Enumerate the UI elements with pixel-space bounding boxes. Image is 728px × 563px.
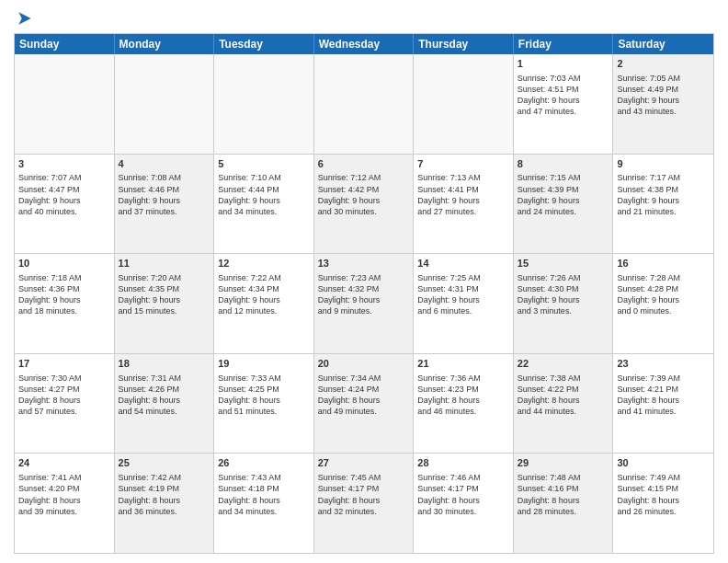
calendar-body: 1Sunrise: 7:03 AMSunset: 4:51 PMDaylight…: [15, 54, 713, 553]
day-info-text: Sunset: 4:51 PM: [518, 84, 609, 95]
day-info-text: Sunset: 4:27 PM: [18, 384, 110, 395]
calendar-row-2: 10Sunrise: 7:18 AMSunset: 4:36 PMDayligh…: [15, 253, 713, 353]
weekday-header-sunday: Sunday: [15, 34, 115, 54]
day-info-text: and 40 minutes.: [18, 206, 110, 217]
day-info-text: Sunset: 4:32 PM: [318, 283, 410, 294]
day-info-text: and 15 minutes.: [119, 305, 210, 316]
day-info-text: Sunset: 4:42 PM: [318, 184, 410, 195]
day-info-text: Daylight: 8 hours: [318, 395, 410, 406]
day-info-text: Daylight: 8 hours: [417, 495, 509, 506]
day-info-text: Daylight: 8 hours: [119, 395, 210, 406]
day-number-5: 5: [218, 157, 310, 171]
day-info-text: and 39 minutes.: [18, 506, 110, 517]
day-info-text: Sunrise: 7:38 AM: [518, 373, 609, 384]
calendar-row-4: 24Sunrise: 7:41 AMSunset: 4:20 PMDayligh…: [15, 453, 713, 553]
day-number-20: 20: [318, 357, 410, 371]
day-info-text: Sunset: 4:16 PM: [518, 483, 609, 494]
day-info-text: and 49 minutes.: [318, 406, 410, 417]
day-info-text: and 51 minutes.: [218, 406, 310, 417]
day-cell-29: 29Sunrise: 7:48 AMSunset: 4:16 PMDayligh…: [514, 454, 614, 553]
day-info-text: Daylight: 8 hours: [18, 395, 110, 406]
calendar-row-3: 17Sunrise: 7:30 AMSunset: 4:27 PMDayligh…: [15, 353, 713, 454]
day-cell-20: 20Sunrise: 7:34 AMSunset: 4:24 PMDayligh…: [314, 354, 415, 454]
day-info-text: Sunset: 4:39 PM: [518, 184, 609, 195]
day-cell-2: 2Sunrise: 7:05 AMSunset: 4:49 PMDaylight…: [613, 54, 713, 154]
weekday-header-thursday: Thursday: [414, 34, 514, 54]
day-number-1: 1: [518, 57, 609, 71]
day-info-text: Sunrise: 7:46 AM: [417, 472, 509, 483]
day-info-text: Sunrise: 7:45 AM: [318, 472, 410, 483]
day-info-text: Sunrise: 7:28 AM: [617, 272, 710, 283]
day-info-text: and 18 minutes.: [18, 305, 110, 316]
day-info-text: Sunrise: 7:08 AM: [119, 172, 210, 183]
day-cell-13: 13Sunrise: 7:23 AMSunset: 4:32 PMDayligh…: [314, 254, 415, 353]
day-info-text: and 30 minutes.: [417, 506, 509, 517]
day-info-text: Daylight: 9 hours: [617, 195, 710, 206]
day-info-text: Daylight: 9 hours: [617, 95, 710, 106]
day-number-4: 4: [119, 157, 210, 171]
day-info-text: and 24 minutes.: [518, 206, 609, 217]
day-cell-26: 26Sunrise: 7:43 AMSunset: 4:18 PMDayligh…: [214, 454, 314, 553]
page: SundayMondayTuesdayWednesdayThursdayFrid…: [0, 0, 728, 563]
day-number-3: 3: [18, 157, 110, 171]
calendar-row-0: 1Sunrise: 7:03 AMSunset: 4:51 PMDaylight…: [15, 54, 713, 154]
empty-cell-0-3: [314, 54, 415, 154]
day-info-text: and 41 minutes.: [617, 406, 710, 417]
day-info-text: and 57 minutes.: [18, 406, 110, 417]
day-info-text: and 34 minutes.: [218, 206, 310, 217]
day-info-text: Sunset: 4:23 PM: [417, 384, 509, 395]
day-info-text: Daylight: 8 hours: [617, 395, 710, 406]
day-info-text: Sunset: 4:38 PM: [617, 184, 710, 195]
day-number-11: 11: [119, 257, 210, 270]
day-info-text: Sunset: 4:47 PM: [18, 184, 110, 195]
weekday-header-saturday: Saturday: [613, 34, 713, 54]
day-info-text: Sunrise: 7:26 AM: [518, 272, 609, 283]
day-info-text: Sunrise: 7:18 AM: [18, 272, 110, 283]
day-info-text: Daylight: 9 hours: [318, 294, 410, 305]
day-cell-16: 16Sunrise: 7:28 AMSunset: 4:28 PMDayligh…: [613, 254, 713, 353]
day-info-text: Sunrise: 7:36 AM: [417, 373, 509, 384]
day-info-text: Sunset: 4:22 PM: [518, 384, 609, 395]
weekday-header-friday: Friday: [514, 34, 614, 54]
day-info-text: Sunset: 4:26 PM: [119, 384, 210, 395]
day-info-text: Sunrise: 7:22 AM: [218, 272, 310, 283]
day-info-text: Sunset: 4:44 PM: [218, 184, 310, 195]
day-info-text: Sunset: 4:31 PM: [417, 283, 509, 294]
day-info-text: and 37 minutes.: [119, 206, 210, 217]
day-number-2: 2: [617, 57, 710, 71]
day-info-text: Daylight: 9 hours: [417, 195, 509, 206]
day-info-text: Sunset: 4:24 PM: [318, 384, 410, 395]
day-info-text: Sunrise: 7:05 AM: [617, 73, 710, 84]
day-cell-19: 19Sunrise: 7:33 AMSunset: 4:25 PMDayligh…: [214, 354, 314, 454]
day-info-text: Sunrise: 7:42 AM: [119, 472, 210, 483]
day-info-text: Sunset: 4:49 PM: [617, 84, 710, 95]
day-info-text: Sunrise: 7:34 AM: [318, 373, 410, 384]
day-number-29: 29: [518, 456, 609, 470]
day-info-text: Sunrise: 7:15 AM: [518, 172, 609, 183]
day-info-text: Daylight: 8 hours: [617, 495, 710, 506]
day-info-text: Sunset: 4:30 PM: [518, 283, 609, 294]
day-info-text: Daylight: 8 hours: [18, 495, 110, 506]
day-cell-10: 10Sunrise: 7:18 AMSunset: 4:36 PMDayligh…: [15, 254, 115, 353]
day-info-text: and 6 minutes.: [417, 305, 509, 316]
day-cell-24: 24Sunrise: 7:41 AMSunset: 4:20 PMDayligh…: [15, 454, 115, 553]
day-info-text: Daylight: 9 hours: [417, 294, 509, 305]
day-info-text: Sunset: 4:46 PM: [119, 184, 210, 195]
day-info-text: Sunset: 4:17 PM: [318, 483, 410, 494]
day-info-text: and 36 minutes.: [119, 506, 210, 517]
day-cell-7: 7Sunrise: 7:13 AMSunset: 4:41 PMDaylight…: [414, 155, 514, 254]
day-info-text: Sunset: 4:41 PM: [417, 184, 509, 195]
day-info-text: Sunset: 4:20 PM: [18, 483, 110, 494]
day-info-text: Sunrise: 7:39 AM: [617, 373, 710, 384]
day-number-8: 8: [518, 157, 609, 171]
day-info-text: Daylight: 9 hours: [518, 195, 609, 206]
day-info-text: Sunset: 4:21 PM: [617, 384, 710, 395]
day-number-19: 19: [218, 357, 310, 371]
day-info-text: Sunrise: 7:49 AM: [617, 472, 710, 483]
day-number-10: 10: [18, 257, 110, 270]
day-info-text: Daylight: 9 hours: [617, 294, 710, 305]
day-info-text: Daylight: 9 hours: [518, 294, 609, 305]
day-cell-11: 11Sunrise: 7:20 AMSunset: 4:35 PMDayligh…: [115, 254, 215, 353]
day-cell-14: 14Sunrise: 7:25 AMSunset: 4:31 PMDayligh…: [414, 254, 514, 353]
day-info-text: Sunrise: 7:41 AM: [18, 472, 110, 483]
